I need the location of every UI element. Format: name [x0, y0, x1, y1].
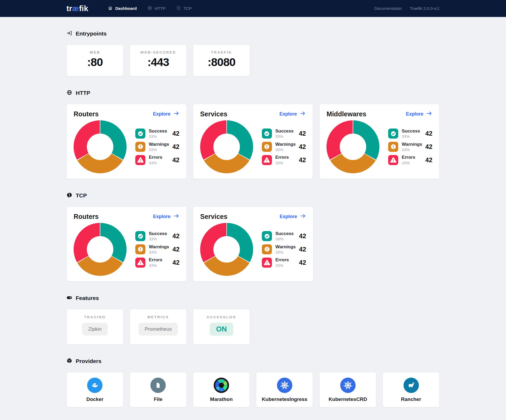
legend-row-errors: Errors33% 42: [388, 155, 432, 165]
legend-row-success: Success33% 42: [135, 231, 180, 241]
entrypoint-label: WEB-SECURED: [130, 50, 186, 54]
arrow-right-icon: [426, 110, 432, 118]
donut-chart: [326, 120, 379, 173]
features-section-title: Features: [66, 295, 440, 302]
home-icon: [108, 6, 113, 12]
provider-card-docker: Docker: [66, 372, 123, 407]
error-icon: [135, 258, 145, 268]
nav-item-label: Dashboard: [115, 6, 137, 11]
legend-row-errors: Errors33% 42: [262, 257, 306, 268]
marathon-icon: [214, 378, 229, 393]
legend-row-warnings: Warnings33% 42: [135, 142, 180, 152]
entrypoint-label: TRAEFIK: [193, 50, 250, 54]
legend-value: 42: [299, 143, 306, 151]
provider-name: Marathon: [193, 396, 250, 402]
legend-row-warnings: Warnings33% 42: [135, 244, 180, 255]
explore-link[interactable]: Explore: [406, 110, 432, 118]
feature-card-metrics: METRICS Prometheus: [130, 309, 187, 344]
arrow-right-icon: [299, 110, 306, 118]
entrypoint-port: :80: [67, 56, 123, 69]
feature-value-badge: Prometheus: [138, 323, 178, 335]
card-title: Services: [200, 110, 227, 118]
nav-item-label: TCP: [183, 6, 192, 11]
legend-value: 42: [299, 246, 306, 253]
feature-value-badge: Zipkin: [82, 323, 108, 335]
rancher-icon: [404, 378, 419, 393]
navbar: træfik Dashboard HTTP TCP: [0, 0, 506, 17]
globe-icon: [66, 90, 72, 97]
feature-card-tracing: TRACING Zipkin: [66, 309, 123, 344]
card-title: Routers: [74, 213, 98, 220]
entrypoint-port: :8080: [193, 56, 250, 69]
legend-row-warnings: Warnings33% 42: [262, 142, 306, 152]
warning-icon: [135, 244, 145, 254]
legend-value: 42: [172, 156, 180, 164]
entrypoint-card-web: WEB :80: [66, 45, 123, 76]
documentation-link[interactable]: Documentation: [374, 6, 402, 11]
kubernetes-icon: [277, 378, 292, 393]
traefik-logo[interactable]: træfik: [66, 4, 88, 13]
feature-card-accesslog: ACCESSLOG ON: [193, 309, 250, 344]
entrypoint-card-traefik: TRAEFIK :8080: [193, 45, 250, 76]
legend-value: 42: [172, 232, 180, 240]
success-icon: [262, 129, 272, 139]
legend-value: 42: [172, 143, 180, 151]
feature-on-badge: ON: [210, 323, 233, 336]
feature-label: METRICS: [130, 315, 186, 319]
card-title: Services: [200, 213, 227, 220]
provider-name: Docker: [67, 396, 123, 402]
provider-name: Rancher: [383, 396, 439, 402]
provider-card-kubernetes-crd: KubernetesCRD: [319, 372, 376, 407]
feature-label: ACCESSLOG: [193, 315, 250, 319]
docker-icon: [87, 378, 102, 393]
legend-value: 42: [425, 156, 432, 164]
explore-link[interactable]: Explore: [279, 110, 306, 118]
cube-icon: [66, 358, 72, 365]
success-icon: [135, 231, 145, 241]
toggle-icon: [66, 295, 72, 302]
legend-value: 42: [299, 156, 306, 164]
entrypoints-section-title: Entrypoints: [66, 30, 440, 37]
legend-row-errors: Errors33% 42: [135, 155, 180, 165]
provider-card-rancher: Rancher: [383, 372, 440, 407]
legend-row-success: Success33% 42: [262, 231, 306, 241]
donut-chart: [200, 120, 253, 173]
legend-value: 42: [299, 259, 306, 266]
legend-value: 42: [172, 259, 180, 266]
explore-link[interactable]: Explore: [153, 213, 180, 220]
warning-icon: [262, 244, 272, 254]
tcp-icon: [176, 6, 181, 12]
nav-item-label: HTTP: [155, 6, 165, 11]
legend-value: 42: [425, 143, 432, 151]
warning-icon: [388, 142, 398, 152]
entrypoint-port: :443: [130, 56, 186, 69]
provider-name: KubernetesCRD: [320, 396, 376, 402]
legend-row-errors: Errors33% 42: [135, 257, 180, 268]
arrow-right-icon: [173, 110, 180, 118]
nav-item-tcp[interactable]: TCP: [176, 6, 192, 12]
provider-name: File: [130, 396, 186, 402]
donut-chart: [200, 223, 253, 276]
explore-link[interactable]: Explore: [153, 110, 180, 118]
donut-chart: [74, 223, 127, 276]
providers-section-title: Providers: [66, 358, 440, 365]
legend-row-success: Success33% 42: [135, 129, 180, 139]
feature-label: TRACING: [67, 315, 123, 319]
tcp-section-title: TCP: [66, 192, 440, 199]
explore-link[interactable]: Explore: [280, 213, 306, 220]
warning-icon: [135, 142, 145, 152]
nav-item-dashboard[interactable]: Dashboard: [108, 6, 137, 12]
provider-card-file: File: [130, 372, 187, 407]
success-icon: [388, 129, 398, 139]
legend-value: 42: [172, 246, 180, 253]
file-icon: [150, 378, 166, 393]
error-icon: [388, 155, 398, 165]
kubernetes-icon: [340, 378, 356, 393]
legend-row-success: Success33% 42: [388, 129, 432, 139]
nav-item-http[interactable]: HTTP: [147, 6, 165, 12]
http-services-card: Services Explore Success33% 42 War: [193, 104, 313, 179]
http-middlewares-card: Middlewares Explore Success33% 42: [319, 104, 440, 179]
legend-row-warnings: Warnings33% 42: [388, 142, 432, 152]
donut-chart: [74, 120, 127, 173]
entrypoint-label: WEB: [67, 50, 123, 54]
